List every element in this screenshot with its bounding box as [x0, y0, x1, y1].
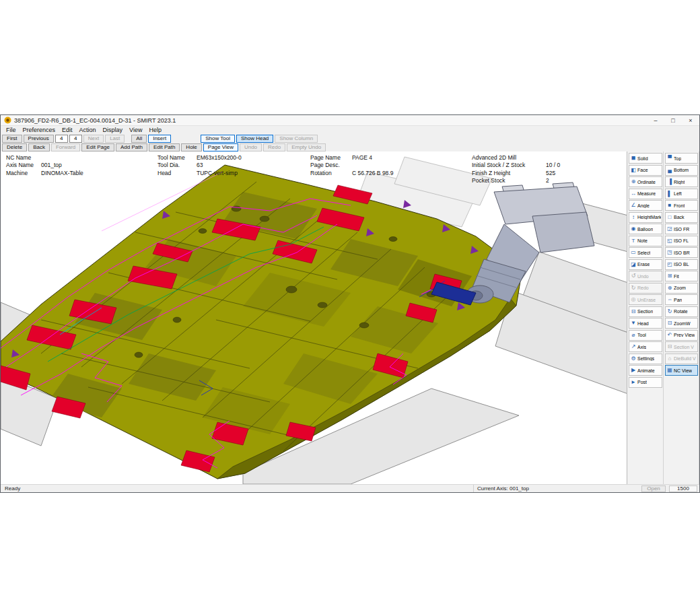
view-button-left[interactable]: ▌Left [665, 189, 698, 199]
redo-button[interactable]: Redo [263, 143, 285, 152]
note-icon: T [630, 238, 637, 244]
page-view-button[interactable]: Page View [203, 143, 238, 152]
menu-view[interactable]: View [126, 127, 145, 133]
tool-button-unerase[interactable]: ◎UnErase [629, 294, 662, 305]
minimize-button[interactable]: – [647, 115, 664, 125]
tool-button-measure[interactable]: ↔Measure [629, 189, 662, 199]
close-button[interactable]: × [682, 115, 699, 125]
all-button[interactable]: All [131, 135, 147, 143]
window-controls: – □ × [647, 115, 699, 125]
view-button-right[interactable]: ▐Right [665, 176, 698, 187]
view-button-zoom[interactable]: ⊕Zoom [665, 283, 698, 294]
tool-button-axis[interactable]: ↗Axis [629, 341, 662, 352]
section-v-icon: ⊟ [666, 343, 673, 350]
tool-button-tool[interactable]: ⌀Tool [629, 330, 662, 341]
view-button-diebuild-v[interactable]: ⌂DieBuild V [665, 354, 698, 364]
view-button-pan[interactable]: ⇔Pan [665, 294, 698, 305]
right-view-icon: ▐ [666, 178, 673, 185]
button-label: Pan [674, 298, 682, 302]
tool-button-note[interactable]: TNote [629, 236, 662, 246]
tool-button-redo[interactable]: ↻Redo [629, 283, 662, 294]
view-button-zoomw[interactable]: ⊡ZoomW [665, 318, 698, 329]
view-button-fit[interactable]: ⊞Fit [665, 271, 698, 281]
first-button[interactable]: First [2, 135, 22, 143]
next-button[interactable]: Next [83, 135, 104, 143]
tool-button-undo[interactable]: ↺Undo [629, 271, 662, 281]
view-button-front[interactable]: ■Front [665, 200, 698, 211]
menu-help[interactable]: Help [145, 127, 165, 133]
button-label: DieBuild V [674, 356, 696, 361]
back-button[interactable]: Back [28, 143, 50, 152]
view-button-bottom[interactable]: ▄Bottom [665, 165, 698, 176]
edit-page-button[interactable]: Edit Page [81, 143, 114, 152]
tool-button-heightmark[interactable]: ↕HeightMark [629, 212, 662, 223]
empty-undo-button[interactable]: Empty Undo [287, 143, 326, 152]
tool-button-face[interactable]: ◧Face [629, 165, 662, 176]
maximize-button[interactable]: □ [664, 115, 682, 125]
menu-action[interactable]: Action [76, 127, 100, 133]
tool-button-erase[interactable]: ◪Erase [629, 259, 662, 270]
tool-button-ordinate[interactable]: ⊕Ordinate [629, 176, 662, 187]
menu-display[interactable]: Display [100, 127, 127, 133]
tool-button-settings[interactable]: ⚙Settings [629, 354, 662, 364]
menu-edit[interactable]: Edit [59, 127, 76, 133]
title-bar: 387906_FD2-R6_DB-1_EC-004.0014_D-31 - SM… [1, 115, 699, 126]
view-button-nc-view[interactable]: ▦NC View [665, 365, 698, 376]
delete-button[interactable]: Delete [2, 143, 27, 152]
add-path-button[interactable]: Add Path [116, 143, 147, 152]
hole-button[interactable]: Hole [181, 143, 201, 152]
view-button-iso-fr[interactable]: ◲ISO FR [665, 224, 698, 234]
tool-button-section[interactable]: ⊟Section [629, 306, 662, 317]
tool-button-angle[interactable]: ∠Angle [629, 200, 662, 211]
view-button-prev-view[interactable]: ↶Prev View [665, 330, 698, 341]
view-button-iso-bl[interactable]: ◰ISO BL [665, 259, 698, 270]
view-button-iso-br[interactable]: ◳ISO BR [665, 247, 698, 258]
tool-button-solid[interactable]: ◼Solid [629, 153, 662, 164]
show-head-button[interactable]: Show Head [236, 135, 273, 143]
button-label: Head [637, 321, 649, 326]
previous-button[interactable]: Previous [24, 135, 54, 143]
tool-button-head[interactable]: ▼Head [629, 318, 662, 329]
diebuild-v-icon: ⌂ [666, 356, 673, 362]
angle-icon: ∠ [630, 202, 637, 209]
button-label: Right [674, 180, 685, 184]
button-label: Tool [637, 333, 646, 337]
button-label: ISO FR [674, 227, 689, 232]
view-button-iso-fl[interactable]: ◱ISO FL [665, 236, 698, 246]
open-button[interactable]: Open [641, 485, 666, 492]
page-spin-2[interactable]: 4 [69, 135, 82, 143]
view-button-back[interactable]: □Back [665, 212, 698, 223]
unerase-icon: ◎ [630, 296, 637, 303]
iso-bl-icon: ◰ [666, 261, 673, 268]
page-spin-1[interactable]: 4 [55, 135, 68, 143]
button-label: Front [674, 203, 685, 208]
view-button-top[interactable]: ▀Top [665, 153, 698, 164]
viewport[interactable]: NC Name Axis Name001_top MachineDINOMAX-… [1, 152, 627, 484]
app-window: 387906_FD2-R6_DB-1_EC-004.0014_D-31 - SM… [0, 114, 700, 493]
iso-br-icon: ◳ [666, 249, 673, 256]
view-button-rotate[interactable]: ↻Rotate [665, 306, 698, 317]
rotate-icon: ↻ [666, 308, 673, 315]
button-label: Zoom [674, 285, 686, 290]
menu-file[interactable]: File [3, 127, 20, 133]
tool-button-select[interactable]: ▭Select [629, 247, 662, 258]
forward-button[interactable]: Forward [51, 143, 80, 152]
top-view-icon: ▀ [666, 155, 673, 162]
nav-toolbar: First Previous 4 4 Next Last All Insert … [1, 134, 699, 143]
view-button-section-v[interactable]: ⊟Section V [665, 341, 698, 352]
prev-view-icon: ↶ [666, 332, 673, 339]
undo-button[interactable]: Undo [240, 143, 262, 152]
menu-preferences[interactable]: Preferences [20, 127, 59, 133]
show-column-button[interactable]: Show Column [275, 135, 318, 143]
tool-button-animate[interactable]: ▶Animate [629, 365, 662, 376]
show-tool-button[interactable]: Show Tool [201, 135, 235, 143]
balloon-icon: ◉ [630, 226, 637, 232]
edit-path-button[interactable]: Edit Path [149, 143, 180, 152]
insert-button[interactable]: Insert [148, 135, 171, 143]
annotation-toolbar: ◼Solid ◧Face ⊕Ordinate ↔Measure ∠Angle ↕… [627, 152, 664, 484]
last-button[interactable]: Last [105, 135, 125, 143]
tool-button-post[interactable]: ►Post [629, 377, 662, 388]
button-label: Bottom [674, 168, 689, 172]
tool-button-balloon[interactable]: ◉Balloon [629, 224, 662, 234]
button-label: Redo [637, 285, 649, 290]
